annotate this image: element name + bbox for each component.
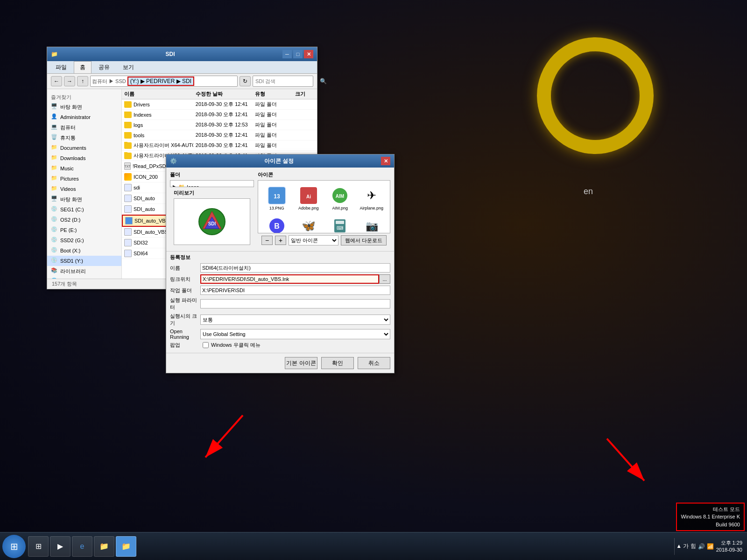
reg-workdir-label: 작업 폴더 bbox=[170, 287, 200, 294]
dialog-bottom-controls: − + 일반 아이콘 웹에서 다운로드 bbox=[258, 233, 390, 247]
tab-share[interactable]: 공유 bbox=[92, 61, 116, 73]
file-row-tools[interactable]: tools 2018-09-30 오후 12:41 파일 폴더 bbox=[122, 130, 317, 140]
sidebar-drive-y[interactable]: 💿SSD1 (Y:) bbox=[47, 256, 121, 266]
reg-link-input[interactable] bbox=[200, 274, 379, 284]
sidebar-drive-c[interactable]: 💿SEG1 (C:) bbox=[47, 204, 121, 215]
sidebar-item-docs[interactable]: 📁Documents bbox=[47, 143, 121, 153]
sidebar-item-videos[interactable]: 📁Videos bbox=[47, 184, 121, 194]
tab-file[interactable]: 파일 bbox=[49, 61, 73, 73]
clock-date: 2018-09-30 bbox=[716, 546, 742, 553]
taskbar-btn-explorer[interactable]: 📁 bbox=[94, 536, 114, 557]
sidebar-item-pictures[interactable]: 📁Pictures bbox=[47, 174, 121, 184]
sidebar-item-downloads[interactable]: 📁Downloads bbox=[47, 153, 121, 163]
forward-button[interactable]: → bbox=[64, 76, 75, 86]
tab-home[interactable]: 홈 bbox=[74, 61, 92, 73]
system-tray: ▲ 가 힘 🔊 📶 bbox=[676, 542, 714, 550]
test-mode-line2: Windows 8.1 Enterprise K bbox=[681, 513, 740, 521]
icon-label-adobe: Adobe.png bbox=[298, 206, 319, 210]
download-icons-button[interactable]: 웹에서 다운로드 bbox=[341, 235, 387, 245]
file-row-drivers[interactable]: Drivers 2018-09-30 오후 12:41 파일 폴더 bbox=[122, 99, 317, 110]
svg-text:AIM: AIM bbox=[336, 194, 344, 199]
sidebar-item-music[interactable]: 📁Music bbox=[47, 163, 121, 174]
col-header-date[interactable]: 수정한 날짜 bbox=[193, 91, 253, 98]
sidebar-drive-x[interactable]: 💿Boot (X:) bbox=[47, 245, 121, 256]
address-bar-container[interactable]: 컴퓨터 ▶ SSD (Y:) ▶ PEDRIVER ▶ SDI bbox=[90, 76, 238, 87]
folder-tree[interactable]: ▶ 📁 Icons bbox=[170, 180, 254, 187]
taskbar-btn-media[interactable]: ▶ bbox=[50, 536, 70, 557]
back-button[interactable]: ← bbox=[51, 76, 62, 86]
reg-openrun-select[interactable]: Use Global Setting bbox=[200, 329, 390, 339]
up-button[interactable]: ↑ bbox=[77, 76, 88, 86]
icon-item-camera[interactable]: 📷 Camera.png bbox=[357, 215, 386, 233]
address-highlighted[interactable]: (Y:) ▶ PEDRIVER ▶ SDI bbox=[127, 77, 194, 86]
taskbar-clock[interactable]: 오후 1:29 2018-09-30 bbox=[716, 539, 742, 553]
reg-context-checkbox[interactable] bbox=[203, 342, 209, 348]
reg-workdir-input[interactable] bbox=[200, 286, 390, 295]
maximize-button[interactable]: □ bbox=[293, 50, 303, 58]
taskbar-btn-sdi[interactable]: 📁 bbox=[116, 536, 136, 557]
sidebar-drive-e[interactable]: 💿PE (E:) bbox=[47, 225, 121, 235]
close-button[interactable]: ✕ bbox=[304, 50, 313, 58]
file-row-logs[interactable]: logs 2018-09-30 오후 12:53 파일 폴더 bbox=[122, 120, 317, 130]
search-input[interactable] bbox=[255, 78, 320, 84]
tree-expand-icon: ▶ bbox=[173, 184, 176, 187]
icon-item-aim[interactable]: AIM AIM.png bbox=[325, 184, 354, 212]
taskbar: ⊞ ⊞ ▶ e 📁 📁 ▲ 가 힘 🔊 📶 오후 1:29 2018-09-30 bbox=[0, 532, 747, 560]
remove-icon-button[interactable]: − bbox=[261, 236, 273, 245]
search-box[interactable]: 🔍 bbox=[253, 76, 313, 87]
svg-text:Ai: Ai bbox=[306, 194, 311, 199]
svg-text:📷: 📷 bbox=[365, 220, 378, 232]
sidebar-item-desktop2[interactable]: 🖥️바탕 화면 bbox=[47, 194, 121, 204]
svg-rect-19 bbox=[336, 221, 344, 224]
file-row-x64[interactable]: 사용자드라이버 X64-AUTO 2018-09-30 오후 12:41 파일 … bbox=[122, 140, 317, 151]
sidebar-item-desktop[interactable]: 🖥️바탕 화면 bbox=[47, 102, 121, 112]
file-row-indexes[interactable]: Indexes 2018-09-30 오후 12:41 파일 폴더 bbox=[122, 110, 317, 120]
reg-row-openrun: Open Running Use Global Setting bbox=[170, 329, 390, 340]
sidebar-item-admin[interactable]: 👤Administrator bbox=[47, 112, 121, 122]
col-header-type[interactable]: 유형 bbox=[253, 91, 293, 98]
icon-item-airplane[interactable]: ✈ Airplane.png bbox=[357, 184, 386, 212]
reg-name-input[interactable] bbox=[200, 263, 390, 273]
reg-param-input[interactable] bbox=[200, 299, 390, 308]
sidebar-drive-g[interactable]: 💿SSD2 (G:) bbox=[47, 235, 121, 245]
reg-row-runsize: 실행시의 크기 보통 bbox=[170, 313, 390, 327]
col-header-name[interactable]: 이름 bbox=[122, 91, 193, 98]
test-mode-line3: Build 9600 bbox=[681, 521, 740, 529]
sidebar: 즐겨찾기 🖥️바탕 화면 👤Administrator 💻컴퓨터 🗑️휴지통 📁… bbox=[47, 89, 122, 279]
explorer-titlebar: 📁 SDI ─ □ ✕ bbox=[47, 47, 317, 61]
reg-section: 등록정보 이름 링크위치 ... 작업 폴더 실행 파라미터 실행시의 크기 bbox=[166, 251, 394, 353]
browse-link-button[interactable]: ... bbox=[379, 274, 390, 284]
red-arrow-right bbox=[598, 434, 654, 490]
sidebar-item-computer[interactable]: 💻컴퓨터 bbox=[47, 122, 121, 133]
start-button[interactable]: ⊞ bbox=[2, 535, 26, 558]
col-header-size[interactable]: 크기 bbox=[293, 91, 317, 98]
network-icon[interactable]: 📶 bbox=[707, 543, 714, 550]
sidebar-drive-d[interactable]: 💿OS2 (D:) bbox=[47, 215, 121, 225]
cancel-button[interactable]: 취소 bbox=[358, 357, 390, 369]
icon-item-13png[interactable]: 13 13.PNG bbox=[262, 184, 292, 212]
sidebar-item-trash[interactable]: 🗑️휴지통 bbox=[47, 133, 121, 143]
reg-runsize-label: 실행시의 크기 bbox=[170, 313, 200, 327]
volume-icon[interactable]: 🔊 bbox=[698, 543, 705, 550]
tab-view[interactable]: 보기 bbox=[117, 61, 140, 73]
icon-item-butterfly[interactable]: 🦋 Butterfly-In... bbox=[294, 215, 323, 233]
add-icon-button[interactable]: + bbox=[275, 236, 286, 245]
dialog-close-button[interactable]: ✕ bbox=[381, 157, 390, 165]
ok-button[interactable]: 확인 bbox=[321, 357, 354, 369]
refresh-button[interactable]: ↻ bbox=[240, 76, 251, 86]
reg-runsize-select[interactable]: 보통 bbox=[200, 315, 390, 325]
default-icon-button[interactable]: 기본 아이콘 bbox=[285, 357, 317, 369]
tree-item-icons[interactable]: ▶ 📁 Icons bbox=[173, 183, 251, 187]
icon-item-adobe[interactable]: Ai Adobe.png bbox=[294, 184, 323, 212]
reg-row-workdir: 작업 폴더 bbox=[170, 286, 390, 295]
svg-line-3 bbox=[607, 439, 644, 481]
icon-grid: 13 13.PNG Ai Adobe.png AIM bbox=[258, 180, 390, 233]
minimize-button[interactable]: ─ bbox=[282, 50, 292, 58]
icon-type-select[interactable]: 일반 아이콘 bbox=[289, 235, 338, 245]
sidebar-library[interactable]: 📚라이브러리 bbox=[47, 266, 121, 276]
icon-item-bluetooth[interactable]: B Bluetooth.png bbox=[262, 215, 292, 233]
dialog-footer: 기본 아이콘 확인 취소 bbox=[166, 353, 394, 373]
icon-item-calculator[interactable]: ⌨ Calculator.... bbox=[325, 215, 354, 233]
taskbar-btn-ie[interactable]: e bbox=[72, 536, 92, 557]
taskbar-btn-1[interactable]: ⊞ bbox=[28, 536, 49, 557]
